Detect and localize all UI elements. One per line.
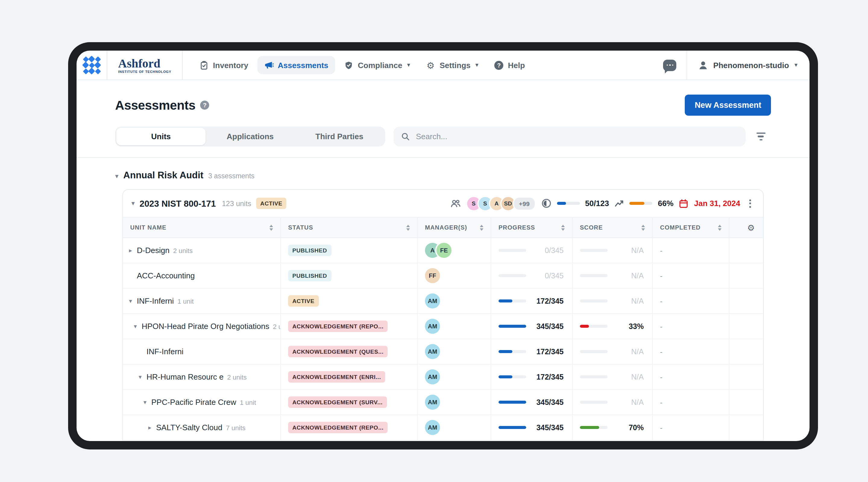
progress-value: 172/345 [536, 373, 565, 381]
column-header-progress[interactable]: PROGRESS [491, 218, 572, 237]
completed-value: - [660, 246, 662, 255]
nav-item-compliance[interactable]: Compliance▾ [337, 56, 416, 74]
main-nav: InventoryAssessmentsCompliance▾⚙Settings… [193, 51, 532, 79]
completed-value: - [660, 423, 662, 432]
sort-icon[interactable] [718, 224, 721, 230]
chevron-down-icon: ▾ [407, 62, 410, 68]
caret-right-icon[interactable]: ▸ [129, 247, 137, 254]
nav-item-label: Compliance [358, 61, 402, 70]
table-row[interactable]: ▾HR-Human Resourc e2 unitsACKNOWLEDGEMEN… [123, 364, 763, 390]
app-logo[interactable] [76, 51, 107, 79]
table-header: UNIT NAMESTATUSMANAGER(S)PROGRESSSCORECO… [123, 217, 763, 238]
completed-cell: - [653, 339, 730, 364]
table-row[interactable]: ▾HPON-Head Pirate Org Negotiations2 unit… [123, 314, 763, 339]
new-assessment-button[interactable]: New Assessment [685, 95, 771, 116]
megaphone-icon [264, 60, 274, 70]
help-circle-icon[interactable]: ? [200, 101, 209, 110]
user-menu[interactable]: Phenomenon-studio ▾ [687, 51, 809, 79]
unit-name-cell: ▾PPC-Pacific Pirate Crew1 unit [123, 390, 281, 415]
nav-item-assessments[interactable]: Assessments [257, 56, 335, 74]
caret-down-icon[interactable]: ▾ [134, 323, 142, 329]
column-header-completed[interactable]: COMPLETED [653, 218, 730, 237]
tab-applications[interactable]: Applications [206, 128, 295, 145]
completed-value: - [660, 322, 662, 330]
sort-icon[interactable] [270, 224, 273, 230]
table-row[interactable]: ▾INF-Inferni1 unitACTIVEAM172/345N/A- [123, 289, 763, 314]
assessment-card-header[interactable]: ▾ 2023 NIST 800-171 123 units ACTIVE SSA… [123, 190, 763, 217]
table-row[interactable]: ▾PPC-Pacific Pirate Crew1 unitACKNOWLEDG… [123, 390, 763, 415]
sort-icon[interactable] [406, 224, 410, 230]
caret-down-icon[interactable]: ▾ [138, 374, 147, 380]
unit-name: HPON-Head Pirate Org Negotiations [142, 322, 269, 331]
caret-down-icon[interactable]: ▾ [129, 298, 137, 304]
nav-item-settings[interactable]: ⚙Settings▾ [419, 56, 485, 74]
table-row[interactable]: ACC-AccountingPUBLISHEDFF0/345N/A- [123, 263, 763, 289]
search-input[interactable] [415, 131, 738, 141]
calendar-icon [679, 198, 689, 208]
table-row[interactable]: ▸D-Design2 unitsPUBLISHEDAFE0/345N/A- [123, 238, 763, 263]
score-value: 70% [629, 423, 645, 432]
unit-count: 2 unit [273, 323, 281, 330]
table-row[interactable]: ▸SALTY-Salty Cloud7 unitsACKNOWLEDGEMENT… [123, 415, 763, 441]
score-value: N/A [631, 398, 645, 407]
score-bar [580, 249, 608, 252]
status-cell: ACTIVE [281, 289, 418, 313]
chevron-down-icon: ▾ [795, 62, 798, 68]
column-header-unit-name[interactable]: UNIT NAME [123, 218, 281, 237]
table-settings-gear-icon[interactable]: ⚙ [730, 218, 763, 237]
column-header-status[interactable]: STATUS [281, 218, 418, 237]
score-cell: N/A [572, 390, 653, 415]
score-bar [580, 274, 608, 277]
managers-cell: AM [418, 364, 491, 389]
table-row[interactable]: INF-InferniACKNOWLEDGEMENT (QUES...AM172… [123, 339, 763, 364]
status-badge: PUBLISHED [288, 245, 331, 256]
assessment-collapse-icon[interactable]: ▾ [131, 200, 135, 207]
score-bar [580, 426, 608, 429]
column-header-manager-s-[interactable]: MANAGER(S) [418, 218, 491, 237]
score-bar [580, 375, 608, 378]
assessment-score-bar [629, 202, 652, 205]
avatar: AM [425, 395, 440, 410]
sort-icon[interactable] [641, 224, 645, 230]
completed-value: - [660, 398, 662, 407]
kebab-menu-icon[interactable] [746, 197, 755, 210]
device-frame: Ashford INSTITUTE OF TECHNOLOGY Inventor… [68, 42, 818, 449]
nav-item-label: Inventory [213, 61, 248, 70]
completed-cell: - [653, 415, 730, 440]
view-tabs: UnitsApplicationsThird Parties [115, 127, 385, 147]
row-actions-cell [730, 263, 763, 288]
tab-units[interactable]: Units [116, 128, 206, 145]
status-badge: ACTIVE [288, 295, 318, 307]
section-collapse-icon[interactable]: ▾ [115, 173, 119, 180]
assessment-units-count: 123 units [222, 199, 251, 207]
nav-right: Phenomenon-studio ▾ [653, 51, 809, 79]
table-body: ▸D-Design2 unitsPUBLISHEDAFE0/345N/A-ACC… [123, 238, 763, 441]
score-bar [580, 350, 608, 353]
nav-item-inventory[interactable]: Inventory [193, 56, 255, 74]
score-cell: N/A [572, 364, 653, 389]
nav-item-help[interactable]: ?Help [487, 56, 531, 74]
progress-value: 0/345 [545, 271, 565, 280]
stage: Ashford INSTITUTE OF TECHNOLOGY Inventor… [0, 0, 868, 482]
column-header-score[interactable]: SCORE [572, 218, 653, 237]
progress-value: 172/345 [536, 347, 565, 356]
column-label: SCORE [580, 224, 603, 231]
people-icon [450, 198, 461, 208]
caret-down-icon[interactable]: ▾ [144, 399, 151, 406]
filter-icon[interactable] [750, 127, 771, 147]
trend-icon [615, 198, 624, 208]
chat-button[interactable] [653, 51, 687, 79]
sort-icon[interactable] [480, 224, 484, 230]
unit-name-cell: INF-Inferni [123, 339, 281, 364]
sort-icon[interactable] [561, 224, 565, 230]
search-box[interactable] [394, 127, 746, 147]
app-window: Ashford INSTITUTE OF TECHNOLOGY Inventor… [76, 51, 809, 441]
completed-cell: - [653, 390, 730, 415]
assessment-progress-bar [557, 202, 580, 205]
unit-name: HR-Human Resourc e [147, 372, 224, 381]
tab-third-parties[interactable]: Third Parties [295, 128, 384, 145]
progress-value: 345/345 [536, 423, 565, 432]
progress-cell: 0/345 [491, 238, 572, 263]
managers-cell: AFE [418, 238, 491, 263]
caret-right-icon[interactable]: ▸ [148, 424, 156, 431]
